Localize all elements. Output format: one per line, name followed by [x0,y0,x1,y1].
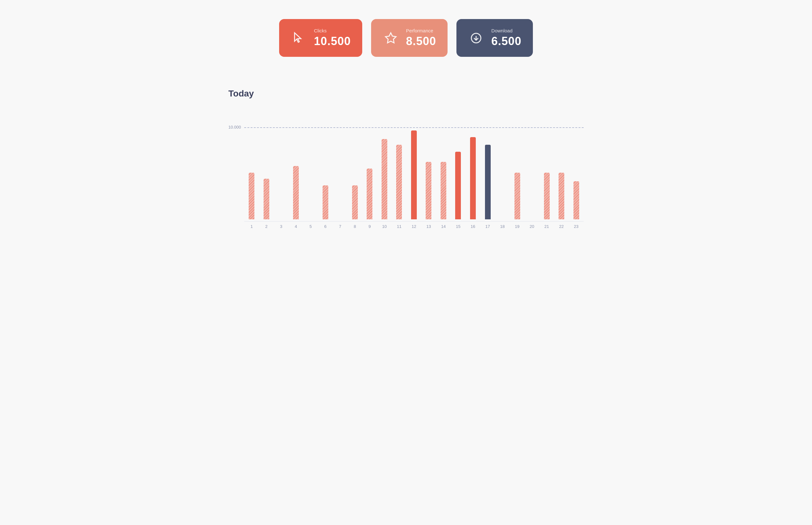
bar-hatched-14 [441,162,446,219]
bar-group-13 [421,162,436,219]
bar-hatched-10 [381,139,387,219]
bar-group-8 [348,185,362,219]
performance-value: 8.500 [406,34,436,48]
download-card[interactable]: Download 6.500 [456,19,533,57]
x-axis: 1234567891011121314151617181920212223 [244,221,584,229]
clicks-value: 10.500 [314,34,351,48]
bar-group-16 [466,137,481,219]
bars-wrapper [244,108,584,219]
bar-group-12 [407,131,422,219]
clicks-info: Clicks 10.500 [314,28,351,48]
bar-solid-12 [411,131,417,219]
bar-hatched-22 [559,173,564,219]
download-value: 6.500 [491,34,521,48]
x-label-19: 19 [510,222,525,229]
x-label-14: 14 [436,222,451,229]
bar-group-15 [451,152,466,219]
bar-group-11 [392,145,407,219]
download-label: Download [491,28,521,33]
bar-group-1 [244,173,259,219]
x-label-13: 13 [421,222,436,229]
bar-group-4 [288,166,303,219]
bar-group-19 [510,173,525,219]
x-label-16: 16 [466,222,481,229]
bar-hatched-11 [396,145,402,219]
bar-hatched-8 [352,185,358,219]
bar-solid-15 [455,152,461,219]
bar-hatched-4 [293,166,299,219]
x-label-3: 3 [274,222,288,229]
clicks-label: Clicks [314,28,351,33]
performance-info: Performance 8.500 [406,28,436,48]
stat-cards-container: Clicks 10.500 Performance 8.500 Download… [279,19,533,57]
bar-hatched-2 [264,179,269,219]
x-label-22: 22 [554,222,569,229]
star-icon [382,30,399,46]
x-label-12: 12 [407,222,422,229]
x-label-20: 20 [525,222,540,229]
x-label-2: 2 [259,222,274,229]
x-label-9: 9 [362,222,377,229]
y-axis-label: 10.000 [228,125,241,130]
x-label-6: 6 [318,222,333,229]
bar-hatched-21 [544,173,550,219]
bar-hatched-23 [574,181,579,219]
chart-container: Today 10.000 123456789101112131415161718… [216,82,596,235]
chart-area: 10.000 123456789101112131415161718192021… [228,108,584,229]
bar-hatched-6 [323,185,328,219]
chart-title: Today [228,89,584,99]
x-label-10: 10 [377,222,392,229]
bar-hatched-19 [514,173,520,219]
download-icon [468,30,484,46]
x-label-5: 5 [303,222,318,229]
bar-group-2 [259,179,274,219]
bar-group-17 [480,145,495,219]
bar-slate-17 [485,145,491,219]
x-label-11: 11 [392,222,407,229]
cursor-icon [291,30,307,46]
x-label-23: 23 [569,222,584,229]
bar-group-21 [539,173,554,219]
bar-hatched-9 [367,168,372,219]
bar-group-22 [554,173,569,219]
x-label-21: 21 [539,222,554,229]
x-label-7: 7 [333,222,348,229]
x-label-15: 15 [451,222,466,229]
x-label-8: 8 [348,222,362,229]
performance-card[interactable]: Performance 8.500 [371,19,448,57]
bar-group-9 [362,168,377,219]
download-info: Download 6.500 [491,28,521,48]
svg-marker-0 [385,33,396,43]
bar-hatched-13 [426,162,431,219]
x-label-17: 17 [480,222,495,229]
x-label-4: 4 [288,222,303,229]
bar-hatched-1 [249,173,254,219]
bar-group-10 [377,139,392,219]
bar-group-14 [436,162,451,219]
bar-group-23 [569,181,584,219]
x-label-18: 18 [495,222,510,229]
bar-solid-16 [470,137,476,219]
x-label-1: 1 [244,222,259,229]
performance-label: Performance [406,28,436,33]
clicks-card[interactable]: Clicks 10.500 [279,19,362,57]
bar-group-6 [318,185,333,219]
